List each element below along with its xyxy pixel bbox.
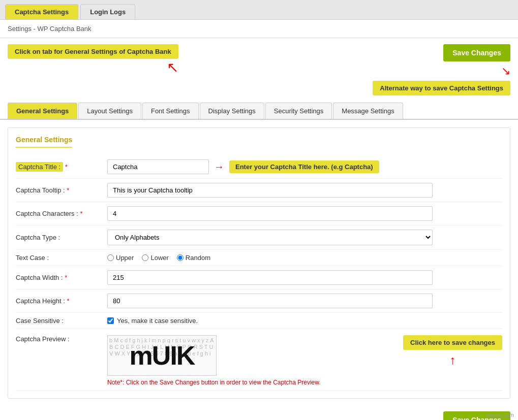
watermark: wsxdn.com — [486, 412, 514, 418]
breadcrumb: Settings - WP Captcha Bank — [0, 20, 518, 38]
form-row-text-case: Text Case : Upper Lower Random — [16, 250, 502, 266]
captcha-title-label-highlighted: Captcha Title : — [16, 162, 63, 172]
radio-random-input[interactable] — [177, 254, 184, 261]
general-settings-section: General Settings Captcha Title : * → Ent… — [8, 127, 510, 399]
case-sensitive-checkbox-label[interactable]: Yes, make it case sensitive. — [107, 317, 198, 325]
toolbar: Click on tab for General Settings of Cap… — [0, 38, 518, 101]
required-star5: * — [67, 297, 69, 305]
case-sensitive-checkbox-text: Yes, make it case sensitive. — [117, 317, 198, 325]
captcha-tooltip-label: Captcha Tooltip : * — [16, 186, 107, 194]
tab-display-settings[interactable]: Display Settings — [200, 103, 264, 119]
required-star: * — [65, 163, 68, 171]
arrow-down-right-icon: ↘ — [501, 64, 510, 78]
tab-security-settings[interactable]: Security Settings — [265, 103, 332, 119]
content-area: General Settings Captcha Title : * → Ent… — [0, 120, 518, 406]
tab-general-settings[interactable]: General Settings — [8, 103, 77, 119]
radio-upper[interactable]: Upper — [107, 254, 134, 262]
top-tabs-bar: Captcha Settings Login Logs — [0, 0, 518, 20]
tooltip-captcha-title: Enter your Captcha Title here. (e.g Capt… — [229, 160, 379, 173]
captcha-type-select[interactable]: Only Alphabets Only Numbers Alphanumeric — [107, 230, 433, 245]
captcha-preview-text: mUIK — [130, 340, 195, 371]
case-sensitive-checkbox[interactable] — [107, 317, 114, 324]
captcha-width-input[interactable] — [107, 270, 433, 285]
tab-login-logs[interactable]: Login Logs — [80, 4, 135, 19]
captcha-preview-note: Note*: Click on the Save Changes button … — [107, 379, 393, 386]
text-case-radio-group: Upper Lower Random — [107, 254, 210, 262]
form-row-captcha-type: Captcha Type : Only Alphabets Only Numbe… — [16, 225, 502, 250]
tab-captcha-settings[interactable]: Captcha Settings — [5, 4, 78, 19]
required-star3: * — [80, 210, 82, 217]
captcha-width-label: Captcha Width : * — [16, 274, 107, 281]
case-sensitive-label: Case Sensitive : — [16, 317, 107, 325]
captcha-tooltip-input[interactable] — [107, 183, 433, 198]
arrow-right-icon: → — [214, 161, 224, 173]
captcha-title-input[interactable] — [107, 159, 209, 174]
radio-random[interactable]: Random — [177, 254, 210, 262]
required-star2: * — [67, 186, 69, 194]
captcha-height-input[interactable] — [107, 294, 433, 308]
arrow-up-icon: ↑ — [403, 353, 502, 367]
captcha-characters-label: Captcha Characters : * — [16, 210, 107, 217]
captcha-title-input-area: → Enter your Captcha Title here. (e.g Ca… — [107, 159, 502, 174]
bottom-save-tooltip-area: Click here to save changes ↑ — [403, 335, 502, 367]
form-row-captcha-title: Captcha Title : * → Enter your Captcha T… — [16, 155, 502, 179]
text-case-label: Text Case : — [16, 254, 107, 262]
bottom-section: Save Changes — [0, 406, 518, 420]
form-row-captcha-preview: Captcha Preview : b M c d f g h j k l m … — [16, 329, 502, 391]
captcha-height-label: Captcha Height : * — [16, 297, 107, 305]
captcha-preview-label: Captcha Preview : — [16, 335, 107, 343]
section-title: General Settings — [16, 136, 72, 148]
radio-lower[interactable]: Lower — [142, 254, 168, 262]
form-row-captcha-height: Captcha Height : * — [16, 289, 502, 313]
radio-upper-input[interactable] — [107, 254, 114, 261]
tooltip-click-save: Click here to save changes — [403, 335, 502, 350]
captcha-type-label: Captcha Type : — [16, 234, 107, 241]
save-changes-button-top[interactable]: Save Changes — [443, 44, 510, 61]
form-row-captcha-tooltip: Captcha Tooltip : * — [16, 179, 502, 202]
tooltip-general-settings: Click on tab for General Settings of Cap… — [8, 44, 178, 59]
form-row-captcha-width: Captcha Width : * — [16, 266, 502, 289]
captcha-preview-area: b M c d f g h j k l m n p q r s t u v w … — [107, 335, 393, 386]
settings-tabs: General Settings Layout Settings Font Se… — [0, 103, 518, 120]
tab-layout-settings[interactable]: Layout Settings — [78, 103, 141, 119]
page-wrapper: Settings - WP Captcha Bank Click on tab … — [0, 20, 518, 420]
captcha-preview-box: b M c d f g h j k l m n p q r s t u v w … — [107, 335, 217, 376]
required-star4: * — [65, 274, 67, 281]
arrow-down-icon: ↙ — [167, 60, 178, 77]
tab-message-settings[interactable]: Message Settings — [333, 103, 403, 119]
form-row-case-sensitive: Case Sensitive : Yes, make it case sensi… — [16, 313, 502, 329]
tooltip-alt-save: Alternate way to save Captcha Settings — [373, 81, 510, 95]
captcha-characters-input[interactable] — [107, 206, 433, 221]
tab-font-settings[interactable]: Font Settings — [142, 103, 199, 119]
radio-lower-input[interactable] — [142, 254, 148, 261]
form-row-captcha-characters: Captcha Characters : * — [16, 202, 502, 225]
captcha-title-label: Captcha Title : * — [16, 163, 107, 171]
